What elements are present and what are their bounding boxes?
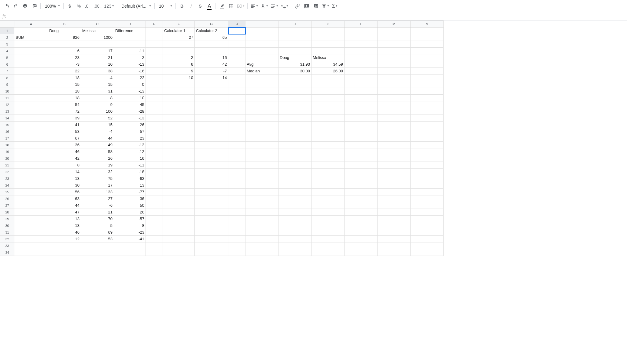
- cell[interactable]: [312, 249, 345, 256]
- cell[interactable]: [195, 236, 228, 242]
- cell[interactable]: [14, 68, 48, 75]
- row-header[interactable]: 11: [0, 95, 14, 101]
- increase-decimal-button[interactable]: .00→: [93, 2, 103, 10]
- cell[interactable]: [312, 41, 345, 48]
- cell[interactable]: 8: [114, 222, 146, 229]
- cell[interactable]: [245, 75, 278, 81]
- cell[interactable]: [411, 34, 444, 41]
- redo-button[interactable]: [12, 2, 20, 10]
- cell[interactable]: [163, 148, 195, 155]
- cell[interactable]: [278, 108, 312, 115]
- cell[interactable]: Calculator 2: [195, 27, 228, 34]
- cell[interactable]: [14, 122, 48, 128]
- cell[interactable]: [245, 108, 278, 115]
- cell[interactable]: [245, 222, 278, 229]
- cell[interactable]: [312, 88, 345, 95]
- cell[interactable]: 38: [81, 68, 114, 75]
- cell[interactable]: [378, 216, 411, 222]
- cell[interactable]: [245, 175, 278, 182]
- cell[interactable]: [411, 95, 444, 101]
- cell[interactable]: 18: [48, 75, 81, 81]
- cell[interactable]: [228, 101, 245, 108]
- cell[interactable]: 100: [81, 108, 114, 115]
- cell[interactable]: [378, 222, 411, 229]
- cell[interactable]: [411, 122, 444, 128]
- column-header[interactable]: M: [378, 21, 411, 27]
- strikethrough-button[interactable]: S: [196, 2, 205, 10]
- cell[interactable]: [14, 242, 48, 249]
- cell[interactable]: [114, 34, 146, 41]
- bold-button[interactable]: B: [178, 2, 186, 10]
- cell[interactable]: [411, 41, 444, 48]
- cell[interactable]: [345, 122, 378, 128]
- cell[interactable]: 21: [81, 54, 114, 61]
- cell[interactable]: [146, 182, 163, 189]
- cell[interactable]: [411, 75, 444, 81]
- cell[interactable]: -77: [114, 189, 146, 195]
- cell[interactable]: Doug: [278, 54, 312, 61]
- cell[interactable]: [228, 216, 245, 222]
- cell[interactable]: 26.00: [312, 68, 345, 75]
- cell[interactable]: [195, 249, 228, 256]
- column-header[interactable]: D: [114, 21, 146, 27]
- cell[interactable]: [14, 249, 48, 256]
- cell[interactable]: [312, 148, 345, 155]
- row-header[interactable]: 18: [0, 142, 14, 148]
- cell[interactable]: 22: [48, 68, 81, 75]
- cell[interactable]: [195, 229, 228, 236]
- cell[interactable]: [245, 242, 278, 249]
- cell[interactable]: [195, 202, 228, 209]
- row-header[interactable]: 4: [0, 48, 14, 54]
- cell[interactable]: [195, 222, 228, 229]
- cell[interactable]: [378, 236, 411, 242]
- row-header[interactable]: 33: [0, 242, 14, 249]
- cell[interactable]: 10: [81, 61, 114, 68]
- cell[interactable]: 57: [114, 128, 146, 135]
- cell[interactable]: 75: [81, 175, 114, 182]
- cell[interactable]: 67: [48, 135, 81, 142]
- cell[interactable]: [146, 202, 163, 209]
- cell[interactable]: [146, 216, 163, 222]
- cell[interactable]: 34.59: [312, 61, 345, 68]
- cell[interactable]: 926: [48, 34, 81, 41]
- cell[interactable]: [278, 41, 312, 48]
- column-header[interactable]: I: [245, 21, 278, 27]
- cell[interactable]: 16: [195, 54, 228, 61]
- cell[interactable]: [345, 209, 378, 216]
- cell[interactable]: [378, 61, 411, 68]
- cell[interactable]: [228, 195, 245, 202]
- cell[interactable]: [378, 95, 411, 101]
- cell[interactable]: [245, 202, 278, 209]
- cell[interactable]: [378, 155, 411, 162]
- cell[interactable]: 2: [163, 54, 195, 61]
- cell[interactable]: [228, 202, 245, 209]
- cell[interactable]: [345, 249, 378, 256]
- cell[interactable]: [48, 242, 81, 249]
- cell[interactable]: [146, 61, 163, 68]
- cell[interactable]: 36: [114, 195, 146, 202]
- cell[interactable]: [163, 41, 195, 48]
- cell[interactable]: 44: [81, 135, 114, 142]
- cell[interactable]: [378, 202, 411, 209]
- cell[interactable]: [278, 148, 312, 155]
- cell[interactable]: -13: [114, 142, 146, 148]
- cell[interactable]: [228, 54, 245, 61]
- cell[interactable]: [163, 162, 195, 169]
- cell[interactable]: [146, 68, 163, 75]
- cell[interactable]: [345, 81, 378, 88]
- cell[interactable]: -13: [114, 115, 146, 122]
- cell[interactable]: [146, 128, 163, 135]
- cell[interactable]: [345, 61, 378, 68]
- cell[interactable]: [411, 242, 444, 249]
- cell[interactable]: [146, 122, 163, 128]
- cell[interactable]: 18: [48, 95, 81, 101]
- column-header[interactable]: A: [14, 21, 48, 27]
- cell[interactable]: Difference: [114, 27, 146, 34]
- cell[interactable]: 15: [81, 122, 114, 128]
- cell[interactable]: [81, 249, 114, 256]
- cell[interactable]: [245, 48, 278, 54]
- cell[interactable]: [146, 88, 163, 95]
- cell[interactable]: [411, 216, 444, 222]
- cell[interactable]: [14, 148, 48, 155]
- row-header[interactable]: 26: [0, 195, 14, 202]
